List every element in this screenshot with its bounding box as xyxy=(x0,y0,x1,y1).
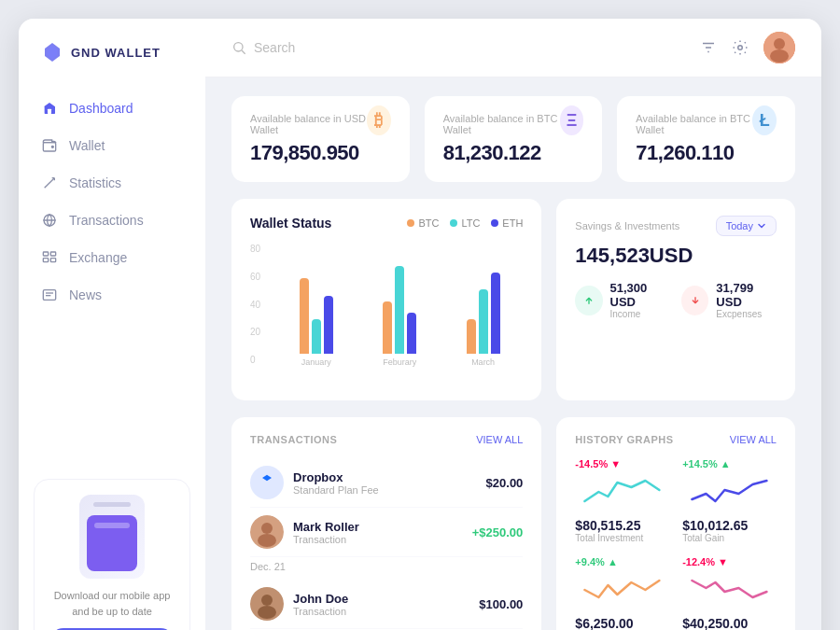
news-icon xyxy=(41,287,58,303)
svg-line-5 xyxy=(45,178,55,189)
history-amount-2: $6,250.00 xyxy=(575,616,669,630)
tx-info-dropbox: Dropbox Standard Plan Fee xyxy=(293,470,477,496)
sidebar-item-news[interactable]: News xyxy=(19,276,205,314)
mini-chart-3 xyxy=(682,571,777,607)
balance-cards-grid: Available balance in USD Wallet 179,850.… xyxy=(231,96,795,182)
tx-date-label: Dec. 21 xyxy=(250,557,523,580)
balance-card-btc: Available balance in BTC Wallet 81,230.1… xyxy=(425,96,603,182)
transactions-view-all[interactable]: VIEW ALL xyxy=(476,434,523,445)
nav-label-dashboard: Dashboard xyxy=(69,101,133,116)
bar-group-january: January xyxy=(286,260,346,367)
wallet-status-card: Wallet Status BTC LTC xyxy=(231,199,541,400)
today-label: Today xyxy=(726,220,753,231)
income-value: 51,300 USD xyxy=(610,281,671,309)
exchange-icon xyxy=(41,249,58,266)
john-avatar-image xyxy=(250,587,284,621)
svg-point-17 xyxy=(234,43,243,51)
bar-group-march: March xyxy=(453,260,513,367)
search-input[interactable] xyxy=(254,40,441,55)
chart-title: Wallet Status xyxy=(250,216,331,231)
bar-january-btc xyxy=(300,278,309,354)
history-label-0: Total Investment xyxy=(575,533,669,543)
expenses-label: Excpenses xyxy=(716,309,777,319)
sidebar-item-wallet[interactable]: Wallet xyxy=(19,127,205,164)
legend-label-eth: ETH xyxy=(502,217,523,229)
tx-avatar-dropbox xyxy=(250,466,284,499)
header xyxy=(205,19,821,77)
sidebar-item-exchange[interactable]: Exchange xyxy=(19,239,205,276)
history-view-all[interactable]: VIEW ALL xyxy=(730,434,777,445)
search-icon xyxy=(231,40,246,55)
settings-icon-button[interactable] xyxy=(732,39,749,56)
arrow-down-icon xyxy=(688,293,703,308)
filter-icon-button[interactable] xyxy=(700,39,717,56)
sidebar-nav: Dashboard Wallet Statistics Transactions xyxy=(19,90,205,460)
sidebar-item-transactions[interactable]: Transactions xyxy=(19,202,205,239)
sidebar-item-dashboard[interactable]: Dashboard xyxy=(19,90,205,127)
tx-sub-dropbox: Standard Plan Fee xyxy=(293,484,477,496)
bar-march-btc xyxy=(467,319,476,354)
svg-line-18 xyxy=(242,50,245,54)
promo-card xyxy=(87,515,137,571)
transactions-title: TRANSACTIONS xyxy=(250,434,337,445)
app-container: GND WALLET Dashboard Wallet Statistics xyxy=(19,19,821,630)
svg-point-30 xyxy=(258,534,276,547)
bar-row-january xyxy=(300,260,333,354)
svg-point-4 xyxy=(51,146,53,147)
tx-amount-john: $100.00 xyxy=(479,597,523,611)
svg-rect-10 xyxy=(43,252,48,256)
history-amount-0: $80,515.25 xyxy=(575,518,669,533)
chart-area: 80 60 40 20 0 xyxy=(250,244,523,384)
nav-label-wallet: Wallet xyxy=(69,138,105,153)
transactions-card: TRANSACTIONS VIEW ALL Dropbox Standard P… xyxy=(231,417,541,630)
tx-avatar-mark xyxy=(250,515,284,549)
tx-info-mark: Mark Roller Transaction xyxy=(293,520,463,545)
legend-label-btc: BTC xyxy=(418,217,439,229)
logo-icon xyxy=(41,41,63,63)
y-label-40: 40 xyxy=(250,300,260,310)
savings-card: Savings & Investments Today 145,523USD xyxy=(556,199,795,400)
arrow-up-icon xyxy=(581,293,596,308)
expenses-info: 31,799 USD Excpenses xyxy=(716,281,777,319)
sidebar-item-statistics[interactable]: Statistics xyxy=(19,164,205,202)
legend-ltc: LTC xyxy=(450,217,480,229)
wallet-icon xyxy=(41,137,58,154)
savings-title: Savings & Investments xyxy=(575,220,679,231)
history-amount-1: $10,012.65 xyxy=(682,518,777,533)
balance-amount-1: 81,230.122 xyxy=(443,141,560,165)
bar-february-btc xyxy=(383,301,392,354)
bar-row-march xyxy=(467,260,500,354)
svg-point-22 xyxy=(738,46,743,50)
list-item: +9.4% ▲ $6,250.00 Net Profit xyxy=(575,556,669,630)
user-avatar[interactable] xyxy=(763,32,795,63)
bar-january-eth xyxy=(324,296,333,354)
table-row: John Doe Transaction $100.00 xyxy=(250,580,523,629)
bars-container: January Feburary xyxy=(276,244,523,367)
bottom-row: TRANSACTIONS VIEW ALL Dropbox Standard P… xyxy=(231,417,795,630)
legend-btc: BTC xyxy=(407,217,439,229)
bar-label-february: Feburary xyxy=(383,357,416,367)
legend-label-ltc: LTC xyxy=(461,217,480,229)
nav-label-statistics: Statistics xyxy=(69,175,121,190)
history-amount-3: $40,250.00 xyxy=(682,616,777,630)
balance-label-2: Available balance in BTC Wallet xyxy=(636,113,752,135)
y-label-0: 0 xyxy=(250,355,260,365)
tx-name-john: John Doe xyxy=(293,592,469,606)
today-period-selector[interactable]: Today xyxy=(716,216,777,236)
history-change-3: -12.4% ▼ xyxy=(682,556,777,567)
svg-point-32 xyxy=(261,595,273,606)
settings-icon xyxy=(732,39,749,56)
sidebar: GND WALLET Dashboard Wallet Statistics xyxy=(19,19,205,630)
promo-text: Download our mobile app and be up to dat… xyxy=(49,588,175,619)
history-change-2: +9.4% ▲ xyxy=(575,556,669,567)
history-label-1: Total Gain xyxy=(682,533,777,543)
list-item: -14.5% ▼ $80,515.25 Total Investment xyxy=(575,458,669,543)
savings-header: Savings & Investments Today xyxy=(575,216,777,236)
history-change-1: +14.5% ▲ xyxy=(682,458,777,469)
legend-dot-btc xyxy=(407,219,414,227)
tx-amount-mark: +$250.00 xyxy=(472,525,524,539)
sidebar-promo: Download our mobile app and be up to dat… xyxy=(34,479,190,630)
list-item: -12.4% ▼ $40,250.00 Profit in 6 months xyxy=(682,556,777,630)
balance-amount-0: 179,850.950 xyxy=(250,141,367,165)
transactions-icon xyxy=(41,212,58,229)
